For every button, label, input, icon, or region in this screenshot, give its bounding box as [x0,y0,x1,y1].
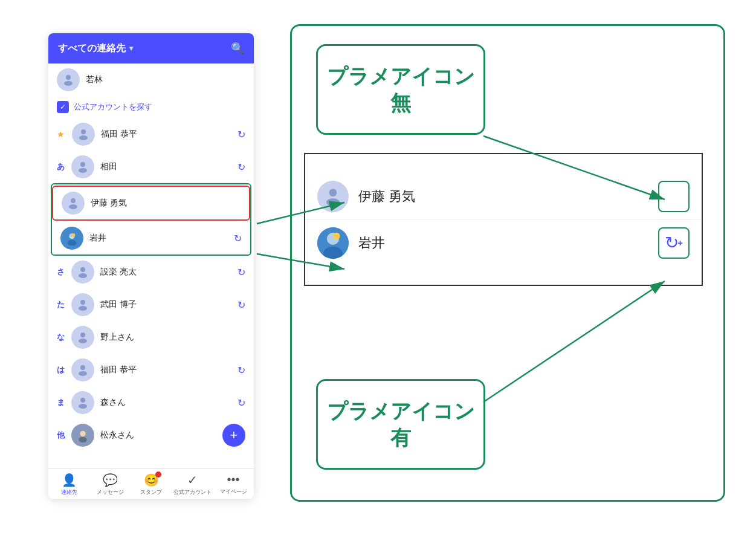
list-item[interactable]: 伊藤 勇気 [53,187,249,219]
svg-point-23 [80,431,85,436]
refresh-icon[interactable]: ↻ [237,267,245,278]
svg-point-11 [72,233,75,236]
contacts-icon: 👤 [62,473,77,487]
nav-label-messages: メッセージ [97,488,124,496]
refresh-icon[interactable]: ↻ [665,233,679,253]
refresh-icon[interactable]: ↻ [237,129,245,140]
section-label: ま [57,397,65,408]
svg-point-0 [66,75,71,80]
avatar [57,68,80,91]
contact-name: 武田 博子 [100,299,231,310]
check-icon: ✓ [57,101,69,113]
refresh-icon[interactable]: ↻ [237,299,245,311]
list-item[interactable]: た 武田 博子 ↻ [48,288,254,321]
refresh-icon-box[interactable]: ↻ + [658,227,690,259]
svg-point-24 [79,437,86,443]
nav-item-contacts[interactable]: 👤 連絡先 [48,473,89,496]
refresh-icon[interactable]: ↻ [237,365,245,376]
svg-point-15 [79,306,87,311]
contact-name: 森さん [100,397,231,408]
detail-name-iwai: 岩井 [358,234,648,252]
svg-point-20 [80,398,85,403]
refresh-icon[interactable]: ↻ [237,161,245,173]
list-item[interactable]: さ 設楽 亮太 ↻ [48,256,254,288]
nav-item-stamps[interactable]: 😊 スタンプ [131,473,172,496]
svg-point-13 [79,273,87,278]
avatar [60,227,83,250]
svg-point-19 [79,371,87,376]
svg-point-1 [64,81,73,86]
contact-name: 岩井 [89,233,228,244]
annotation-box-no-icon: プラメアイコン無 [316,44,485,135]
red-highlight-row: 伊藤 勇気 [52,186,250,221]
avatar [72,123,95,146]
list-item[interactable]: ま 森さん ↻ [48,386,254,419]
section-label: は [57,365,65,375]
nav-label-contacts: 連絡先 [61,488,77,496]
svg-point-7 [69,204,77,209]
messages-icon: 💬 [103,473,118,487]
svg-point-3 [79,135,88,140]
nav-item-official[interactable]: ✓ 公式アカウント [172,473,213,496]
detail-row-ito[interactable]: 伊藤 勇気 [305,173,702,220]
detail-row-iwai[interactable]: 岩井 ↻ + [305,220,702,266]
phone-panel: すべての連絡先 ▾ 🔍 若林 ✓ 公式アカウントを探す ★ 福田 恭平 ↻ [48,33,254,499]
contact-name: 伊藤 勇気 [91,198,241,209]
avatar [71,358,94,381]
contact-name: 相田 [100,161,231,172]
list-item[interactable]: あ 相田 ↻ [48,151,254,183]
nav-item-mypage[interactable]: ••• マイページ [213,473,254,496]
svg-point-2 [81,129,86,134]
svg-point-30 [333,232,340,239]
star-icon: ★ [57,129,65,139]
svg-point-12 [80,267,85,272]
annotation-text-with-icon: プラメアイコン有 [327,398,475,451]
official-account-row[interactable]: ✓ 公式アカウントを探す [48,96,254,118]
refresh-icon[interactable]: ↻ [237,397,245,409]
contact-name: 松永さん [100,430,216,441]
avatar [71,391,94,414]
svg-point-18 [80,365,85,370]
contacts-header: すべての連絡先 ▾ 🔍 [48,33,254,63]
svg-point-25 [329,189,337,196]
list-item[interactable]: は 福田 恭平 ↻ [48,354,254,386]
annotation-text-no-icon: プラメアイコン無 [327,63,475,116]
avatar [71,261,94,284]
green-highlight-group: 伊藤 勇気 岩井 ↻ [51,183,251,256]
avatar [71,326,94,349]
contacts-list: 若林 ✓ 公式アカウントを探す ★ 福田 恭平 ↻ あ 相田 ↻ [48,63,254,469]
contact-name: 若林 [86,74,245,85]
list-item[interactable]: ★ 福田 恭平 ↻ [48,118,254,151]
nav-item-messages[interactable]: 💬 メッセージ [89,473,131,496]
detail-avatar-iwai [317,227,349,259]
annotation-box-with-icon: プラメアイコン有 [316,379,485,470]
avatar [62,192,85,215]
section-label: た [57,299,65,310]
svg-point-16 [80,332,85,337]
section-label: さ [57,267,65,277]
list-item[interactable]: 他 松永さん + [48,419,254,452]
detail-avatar-ito [317,181,349,212]
header-title-group[interactable]: すべての連絡先 ▾ [58,42,133,55]
mypage-icon: ••• [227,473,239,487]
refresh-icon[interactable]: ↻ [234,233,242,244]
header-title: すべての連絡先 [58,42,126,55]
search-icon[interactable]: 🔍 [231,42,244,55]
detail-name-ito: 伊藤 勇気 [358,187,648,206]
stamp-badge: 😊 [144,473,159,487]
add-contact-button[interactable]: + [222,424,245,447]
avatar [71,424,94,447]
detail-contact-box: 伊藤 勇気 岩井 ↻ + [304,153,703,286]
svg-point-17 [79,339,87,343]
contact-name: 野上さん [100,332,245,343]
chevron-down-icon: ▾ [129,44,133,53]
list-item[interactable]: 岩井 ↻ [52,222,250,255]
svg-point-6 [71,198,76,203]
contact-name: 福田 恭平 [100,365,231,375]
no-icon-box [658,181,690,212]
badge-dot [155,472,161,478]
official-text: 公式アカウントを探す [74,102,152,112]
list-item[interactable]: な 野上さん [48,321,254,354]
svg-point-5 [79,168,87,173]
list-item[interactable]: 若林 [48,63,254,96]
